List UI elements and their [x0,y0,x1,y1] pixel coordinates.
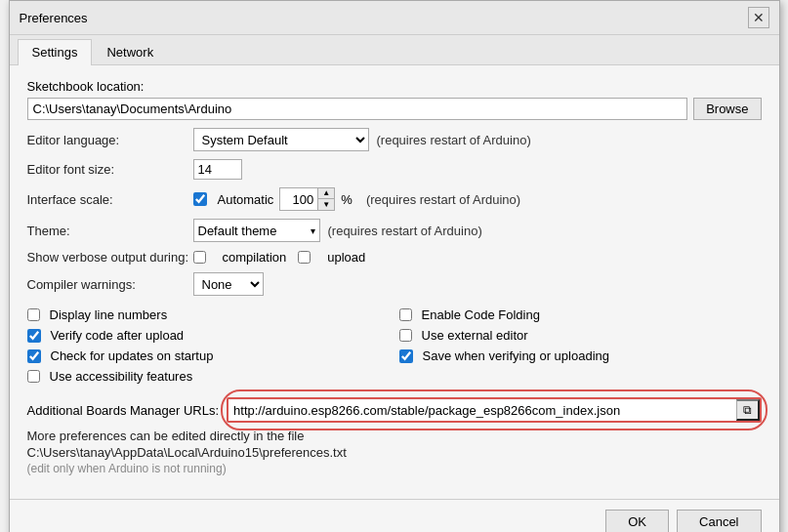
display-line-numbers-checkbox[interactable] [27,308,40,321]
boards-manager-icon-button[interactable]: ⧉ [736,399,760,421]
editor-language-label: Editor language: [27,133,193,147]
check-accessibility: Use accessibility features [27,369,390,384]
ok-button[interactable]: OK [605,510,669,532]
check-updates-checkbox[interactable] [27,349,41,363]
verbose-upload-label: upload [327,250,365,265]
preferences-note: More preferences can be edited directly … [27,429,762,485]
theme-row: Theme: Default theme ▾ (requires restart… [27,219,762,242]
check-verify-code: Verify code after upload [27,328,390,343]
close-button[interactable]: ✕ [748,7,769,28]
sketchbook-input-row: Browse [27,98,762,120]
editor-font-size-row: Editor font size: [27,159,762,180]
tab-network[interactable]: Network [92,39,168,64]
theme-label: Theme: [27,224,193,238]
edit-note: (edit only when Arduino is not running) [27,462,762,475]
display-line-numbers-label: Display line numbers [50,307,168,322]
theme-value: Default theme [198,224,277,238]
boards-manager-section: Additional Boards Manager URLs: ⧉ [27,397,762,429]
theme-note: (requires restart of Arduino) [328,224,482,238]
dialog-title: Preferences [20,11,88,25]
footer: OK Cancel [10,499,779,532]
verbose-label: Show verbose output during: [27,250,193,265]
browse-button[interactable]: Browse [693,98,761,120]
check-external-editor: Use external editor [399,328,762,343]
scale-spinner: ▲ ▼ [279,187,335,211]
scale-unit: % [341,192,353,207]
auto-scale-checkbox[interactable] [193,192,207,206]
boards-manager-label: Additional Boards Manager URLs: [27,403,220,418]
editor-font-size-label: Editor font size: [27,162,193,177]
editor-language-row: Editor language: System Default (require… [27,128,762,151]
compiler-warnings-row: Compiler warnings: None Default More All [27,272,762,296]
accessibility-label: Use accessibility features [50,369,193,384]
accessibility-checkbox[interactable] [27,370,40,383]
verify-code-label: Verify code after upload [51,328,185,343]
scale-note: (requires restart of Arduino) [366,192,520,207]
check-save-verifying: Save when verifying or uploading [399,348,762,363]
interface-scale-row: Interface scale: Automatic ▲ ▼ % (requir… [27,187,762,211]
verbose-row: Show verbose output during: compilation … [27,250,762,265]
verbose-upload-checkbox[interactable] [298,251,311,264]
sketchbook-label: Sketchbook location: [27,79,145,94]
check-display-line-numbers: Display line numbers [27,307,390,322]
compiler-warnings-label: Compiler warnings: [27,277,193,292]
enable-code-folding-checkbox[interactable] [399,308,412,321]
spinner-buttons: ▲ ▼ [317,188,334,210]
tabs-bar: Settings Network [10,35,779,65]
spinner-up-button[interactable]: ▲ [318,188,334,199]
boards-manager-row: Additional Boards Manager URLs: ⧉ [27,397,762,423]
sketchbook-section: Sketchbook location: Browse [27,79,762,120]
scale-value-input[interactable] [280,190,317,209]
cancel-button[interactable]: Cancel [677,510,761,532]
external-editor-checkbox[interactable] [399,329,412,342]
tab-settings[interactable]: Settings [18,39,93,65]
copy-icon: ⧉ [743,403,752,417]
theme-dropdown[interactable]: Default theme ▾ [193,219,320,242]
spinner-down-button[interactable]: ▼ [318,199,334,210]
preferences-note-text: More preferences can be edited directly … [27,429,762,443]
check-updates: Check for updates on startup [27,348,390,363]
editor-language-select[interactable]: System Default [193,128,369,151]
preferences-dialog: Preferences ✕ Settings Network Sketchboo… [9,0,780,532]
editor-font-size-input[interactable] [193,159,242,180]
auto-scale-label: Automatic [218,192,274,207]
interface-scale-label: Interface scale: [27,192,193,207]
boards-manager-url-input[interactable] [228,400,735,421]
save-verifying-label: Save when verifying or uploading [423,348,610,363]
settings-content: Sketchbook location: Browse Editor langu… [10,65,779,499]
verbose-compilation-checkbox[interactable] [193,251,206,264]
boards-input-outer: ⧉ [227,397,761,423]
sketchbook-input[interactable] [27,98,688,120]
boards-input-wrap: ⧉ [227,397,761,423]
verbose-compilation-label: compilation [223,250,287,265]
verbose-controls: compilation upload [193,250,366,265]
theme-arrow-icon: ▾ [311,225,315,236]
check-enable-code-folding: Enable Code Folding [399,307,762,322]
compiler-warnings-select[interactable]: None Default More All [193,272,264,296]
external-editor-label: Use external editor [422,328,528,343]
checkboxes-section: Display line numbers Enable Code Folding… [27,307,762,384]
enable-code-folding-label: Enable Code Folding [422,307,540,322]
editor-language-note: (requires restart of Arduino) [377,133,531,147]
preferences-path: C:\Users\tanay\AppData\Local\Arduino15\p… [27,445,762,460]
check-updates-label: Check for updates on startup [51,348,214,363]
interface-scale-controls: Automatic ▲ ▼ % (requires restart of Ard… [193,187,521,211]
verify-code-checkbox[interactable] [27,329,41,343]
save-verifying-checkbox[interactable] [399,349,413,363]
titlebar: Preferences ✕ [10,1,779,35]
